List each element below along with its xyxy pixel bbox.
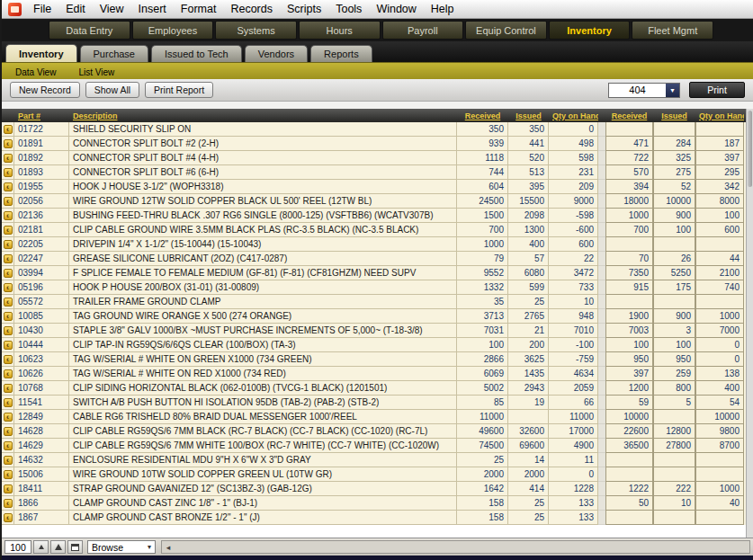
received-cell[interactable]: 11000 [457,410,508,424]
received-cell[interactable]: 24500 [457,194,508,209]
menu-item[interactable]: View [93,3,131,15]
issued-2-cell[interactable]: 900 [653,209,695,223]
issued-2-cell[interactable] [653,410,695,424]
part-number-cell[interactable]: 12849 [14,410,69,424]
qty-on-hand-2-cell[interactable]: 187 [695,137,744,151]
qty-on-hand-cell[interactable]: 598 [549,151,598,165]
received-cell[interactable]: 74500 [457,439,508,453]
issued-cell[interactable]: 414 [508,482,549,496]
received-2-cell[interactable]: 10000 [605,410,653,424]
row-go-button[interactable]: ‹ [2,280,14,295]
row-go-button[interactable]: ‹ [2,209,14,223]
description-cell[interactable]: WIRE GROUND 10TW SOLID COPPER GREEN UL (… [69,467,457,482]
part-number-cell[interactable]: 01893 [14,165,69,180]
menu-item[interactable]: Window [369,3,423,15]
status-area-toggle-button[interactable] [67,540,83,554]
row-go-button[interactable]: ‹ [2,467,14,482]
issued-cell[interactable]: 25 [508,511,549,525]
description-cell[interactable]: TAG W/SERIAL # WHITE ON GREEN X1000 (734… [69,352,457,367]
issued-cell[interactable]: 2765 [508,309,549,324]
issued-cell[interactable]: 57 [508,252,549,266]
part-number-cell[interactable]: 14628 [14,424,69,439]
issued-cell[interactable]: 395 [508,180,549,194]
issued-2-cell[interactable] [653,467,695,482]
toolbar-button[interactable]: Print Report [145,82,213,98]
qty-on-hand-2-cell[interactable]: 138 [695,367,744,381]
issued-cell[interactable]: 32600 [508,424,549,439]
part-number-cell[interactable]: 02181 [14,223,69,237]
issued-cell[interactable]: 2098 [508,209,549,223]
part-number-cell[interactable]: 02056 [14,194,69,209]
issued-cell[interactable]: 6080 [508,266,549,280]
part-number-cell[interactable]: 01722 [14,122,69,137]
issued-2-cell[interactable] [653,295,695,309]
part-number-cell[interactable]: 02247 [14,252,69,266]
row-go-button[interactable]: ‹ [2,381,14,396]
issued-cell[interactable]: 441 [508,137,549,151]
part-number-cell[interactable]: 10768 [14,381,69,396]
part-number-cell[interactable]: 1867 [14,511,69,525]
row-go-button[interactable]: ‹ [2,511,14,525]
issued-2-cell[interactable]: 5250 [653,266,695,280]
received-2-cell[interactable]: 100 [605,338,653,352]
row-go-button[interactable]: ‹ [2,410,14,424]
sub-tab[interactable]: Vendors [245,45,308,62]
description-cell[interactable]: CLAMP GROUND CAST ZINC 1/8" - 1" (BJ-1) [69,496,457,511]
part-number-cell[interactable]: 18411 [14,482,69,496]
part-number-cell[interactable]: 10444 [14,338,69,352]
sub-tab[interactable]: Purchase [80,45,148,62]
nav-module-button[interactable]: Employees [132,21,214,40]
row-go-button[interactable]: ‹ [2,367,14,381]
issued-cell[interactable] [508,410,549,424]
menu-item[interactable]: Format [174,3,224,15]
received-2-cell[interactable]: 397 [605,367,653,381]
qty-on-hand-cell[interactable]: 231 [549,165,598,180]
qty-on-hand-2-cell[interactable]: 8700 [695,439,744,453]
row-go-button[interactable]: ‹ [2,324,14,338]
qty-on-hand-2-cell[interactable]: 600 [695,223,744,237]
issued-cell[interactable]: 200 [508,338,549,352]
row-go-button[interactable]: ‹ [2,352,14,367]
qty-on-hand-2-cell[interactable] [695,122,744,137]
row-go-button[interactable]: ‹ [2,237,14,252]
description-cell[interactable]: STRAP GROUND GAVANIZED 12" (SC13BZ-3) (G… [69,482,457,496]
received-2-cell[interactable]: 394 [605,180,653,194]
qty-on-hand-cell[interactable]: 10 [549,295,598,309]
qty-on-hand-cell[interactable]: 4900 [549,439,598,453]
vertical-scrollbar[interactable] [746,109,753,538]
qty-on-hand-cell[interactable]: 4634 [549,367,598,381]
menu-item[interactable]: Insert [131,3,174,15]
view-toggle-button[interactable]: List View [69,63,123,79]
issued-cell[interactable]: 25 [508,295,549,309]
description-cell[interactable]: DRIVEPIN 1/4" X 1-1/2" (15-10044) (15-10… [69,237,457,252]
row-go-button[interactable]: ‹ [2,295,14,309]
qty-on-hand-cell[interactable]: 600 [549,237,598,252]
qty-on-hand-2-cell[interactable]: 100 [695,209,744,223]
part-number-cell[interactable]: 11541 [14,396,69,410]
description-cell[interactable]: CLIP CABLE RG59QS/6 7MM WHITE 100/BOX (R… [69,439,457,453]
issued-cell[interactable]: 21 [508,324,549,338]
received-2-cell[interactable]: 18000 [605,194,653,209]
received-2-cell[interactable]: 471 [605,137,653,151]
row-go-button[interactable]: ‹ [2,439,14,453]
issued-2-cell[interactable]: 52 [653,180,695,194]
part-number-cell[interactable]: 05572 [14,295,69,309]
row-go-button[interactable]: ‹ [2,137,14,151]
received-2-cell[interactable]: 50 [605,496,653,511]
qty-on-hand-2-cell[interactable]: 342 [695,180,744,194]
qty-on-hand-2-cell[interactable]: 740 [695,280,744,295]
issued-2-cell[interactable]: 325 [653,151,695,165]
issued-2-cell[interactable]: 100 [653,338,695,352]
qty-on-hand-cell[interactable]: -759 [549,352,598,367]
received-cell[interactable]: 5002 [457,381,508,396]
header-part-number[interactable]: Part # [14,111,69,120]
nav-module-button[interactable]: Equip Control [465,21,547,40]
issued-cell[interactable]: 513 [508,165,549,180]
issued-2-cell[interactable]: 950 [653,352,695,367]
qty-on-hand-2-cell[interactable] [695,295,744,309]
received-cell[interactable]: 100 [457,338,508,352]
received-cell[interactable]: 6069 [457,367,508,381]
description-cell[interactable]: BUSHING FEED-THRU BLACK .307 RG6 SINGLE … [69,209,457,223]
view-toggle-label[interactable]: List View [69,67,123,79]
qty-on-hand-cell[interactable]: 9000 [549,194,598,209]
